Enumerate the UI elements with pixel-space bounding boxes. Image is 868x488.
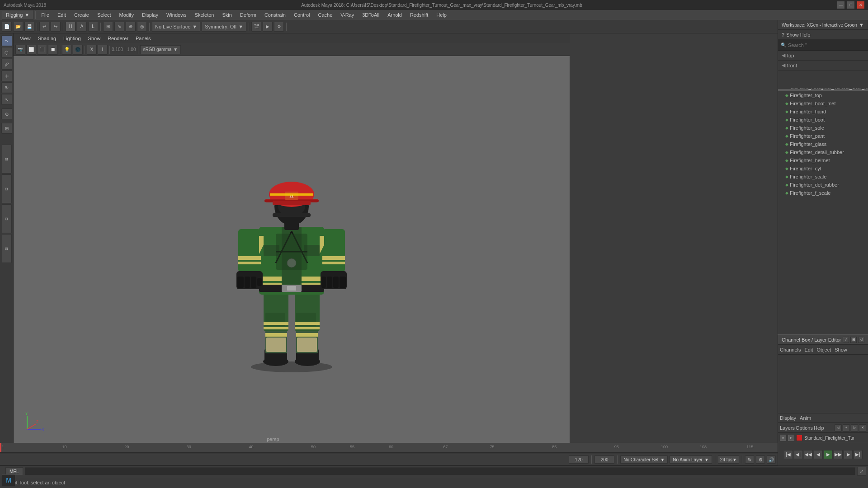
list-item[interactable]: ◆ Firefighter_hand <box>778 108 868 116</box>
menu-deform[interactable]: Deform <box>236 11 260 19</box>
menu-help[interactable]: Help <box>433 11 450 19</box>
loop-btn[interactable]: ↻ <box>745 455 754 464</box>
layer-p-checkbox[interactable]: P <box>788 435 794 441</box>
display-pref-btn2[interactable]: ⊟ <box>2 174 12 203</box>
layer-v-checkbox[interactable]: V <box>780 435 786 441</box>
list-item[interactable]: ◆ Firefighter_pant <box>778 132 868 140</box>
help-search-input[interactable] <box>788 42 865 48</box>
layer-color-swatch[interactable] <box>796 435 802 441</box>
paint-select-btn[interactable]: 🖊 <box>1 59 12 70</box>
menu-constrain[interactable]: Constrain <box>261 11 289 19</box>
settings-btn[interactable]: ⚙ <box>756 455 765 464</box>
menu-windows[interactable]: Windows <box>163 11 190 19</box>
cb-tab-show[interactable]: Show <box>835 347 847 352</box>
lasso-select-btn[interactable]: L <box>88 22 98 32</box>
manipulator-btn[interactable]: ⊞ <box>1 123 12 134</box>
show-help-item[interactable]: ? Show Help <box>778 30 868 40</box>
snap-grid-btn[interactable]: ⊞ <box>103 22 113 32</box>
menu-3dtoall[interactable]: 3DToAll <box>359 11 383 19</box>
maya-logo[interactable]: M <box>2 474 15 486</box>
menu-edit[interactable]: Edit <box>54 11 70 19</box>
lighting-menu[interactable]: Lighting <box>61 35 84 42</box>
list-item[interactable]: ◆ Firefighter_det_rubber <box>778 181 868 189</box>
menu-display[interactable]: Display <box>138 11 162 19</box>
prev-layer-btn[interactable]: ◁ <box>835 424 842 432</box>
menu-vray[interactable]: V-Ray <box>337 11 358 19</box>
go-to-end-btn[interactable]: ▶| <box>854 450 863 459</box>
go-to-start-btn[interactable]: |◀ <box>784 450 793 459</box>
list-item[interactable]: ◆ Firefighter_glass <box>778 140 868 148</box>
list-item[interactable]: ◆ Firefighter_helmet <box>778 156 868 164</box>
menu-skeleton[interactable]: Skeleton <box>191 11 218 19</box>
tab-options[interactable]: Options <box>796 425 813 431</box>
live-surface-dropdown[interactable]: No Live Surface ▼ <box>152 22 200 32</box>
display-pref-btn4[interactable]: ⊟ <box>2 234 12 263</box>
snap-curve-btn[interactable]: ∿ <box>114 22 124 32</box>
audio-btn[interactable]: 🔊 <box>767 455 776 464</box>
menu-arnold[interactable]: Arnold <box>384 11 406 19</box>
fps-dropdown[interactable]: 24 fps ▼ <box>718 455 739 464</box>
float-btn[interactable]: ⤢ <box>843 337 849 343</box>
timeline-ruler[interactable]: 1 10 20 30 40 50 55 60 67 75 85 95 100 1… <box>0 443 778 453</box>
move-tool-btn[interactable]: ✛ <box>1 70 12 81</box>
renderer-menu[interactable]: Renderer <box>105 35 131 42</box>
cb-tab-channels[interactable]: Channels <box>780 347 801 352</box>
step-back-btn[interactable]: ◀| <box>794 450 803 459</box>
new-layer-btn[interactable]: + <box>843 424 850 432</box>
tab-layers[interactable]: Layers <box>780 425 795 431</box>
layer-row[interactable]: V P Standard_Firefighter_Turnout_ <box>778 433 868 443</box>
dock-btn[interactable]: ⊞ <box>850 337 857 343</box>
menu-create[interactable]: Create <box>71 11 93 19</box>
menu-select[interactable]: Select <box>94 11 115 19</box>
new-scene-btn[interactable]: 📄 <box>2 22 12 32</box>
next-keyframe-btn[interactable]: ▶▶ <box>834 450 843 459</box>
close-button[interactable]: ✕ <box>857 1 864 9</box>
scale-tool-btn[interactable]: ⤡ <box>1 94 12 105</box>
wireframe-btn[interactable]: ⬜ <box>26 45 36 55</box>
tab-display[interactable]: Display <box>780 415 796 421</box>
tab-anim[interactable]: Anim <box>800 415 811 421</box>
menu-modify[interactable]: Modify <box>116 11 137 19</box>
list-item[interactable]: ◆ Firefighter_boot_met <box>778 99 868 108</box>
rotate-tool-btn[interactable]: ↻ <box>1 82 12 93</box>
list-item[interactable]: ◆ Firefighter_top <box>778 91 868 99</box>
snap-view-btn[interactable]: ◎ <box>137 22 147 32</box>
menu-cache[interactable]: Cache <box>314 11 336 19</box>
show-menu[interactable]: Show <box>85 35 104 42</box>
select-by-hierarchy-btn[interactable]: H <box>66 22 75 32</box>
expand-script-btn[interactable]: ⤢ <box>857 467 866 476</box>
next-frame-btn[interactable]: |▶ <box>844 450 853 459</box>
menu-redshift[interactable]: Redshift <box>406 11 432 19</box>
xray-btn[interactable]: X <box>87 45 97 55</box>
no-anim-layer-dropdown[interactable]: No Anim Layer ▼ <box>670 455 712 464</box>
close-btn[interactable]: ◁ <box>858 337 864 343</box>
colorspace-dropdown[interactable]: sRGB gamma ▼ <box>140 45 181 54</box>
cb-tab-edit[interactable]: Edit <box>804 347 813 352</box>
render-btn[interactable]: 🎬 <box>251 22 261 32</box>
prev-keyframe-btn[interactable]: ◀ <box>814 450 823 459</box>
tab-help[interactable]: Help <box>814 425 824 431</box>
maximize-button[interactable]: □ <box>847 1 854 9</box>
select-tool-btn[interactable]: ↖ <box>1 35 12 46</box>
list-item[interactable]: ◆ Firefighter_f_scale <box>778 189 868 197</box>
save-scene-btn[interactable]: 💾 <box>24 22 34 32</box>
display-pref-btn3[interactable]: ⊟ <box>2 204 12 233</box>
open-scene-btn[interactable]: 📂 <box>13 22 23 32</box>
list-item[interactable]: ◆ Firefighter_boot <box>778 116 868 124</box>
undo-btn[interactable]: ↩ <box>39 22 49 32</box>
smooth-shade-btn[interactable]: ⬛ <box>37 45 47 55</box>
mel-input[interactable] <box>25 467 855 475</box>
display-pref-btn[interactable]: ⊟ <box>2 145 12 174</box>
menu-file[interactable]: File <box>38 11 53 19</box>
panels-menu[interactable]: Panels <box>133 35 154 42</box>
select-all-btn[interactable]: A <box>77 22 87 32</box>
list-item[interactable]: ◆ Firefighter_detail_rubber <box>778 148 868 156</box>
cb-tab-object[interactable]: Object <box>816 347 831 352</box>
list-item[interactable]: ◆ Firefighter_sole <box>778 124 868 132</box>
view-top-item[interactable]: ◀ top <box>778 51 868 61</box>
prev-frame-btn[interactable]: ◀◀ <box>804 450 813 459</box>
delete-layer-btn[interactable]: ✕ <box>859 424 866 432</box>
textured-btn[interactable]: 🔲 <box>48 45 58 55</box>
redo-btn[interactable]: ↪ <box>51 22 61 32</box>
view-front-item[interactable]: ◀ front <box>778 61 868 70</box>
